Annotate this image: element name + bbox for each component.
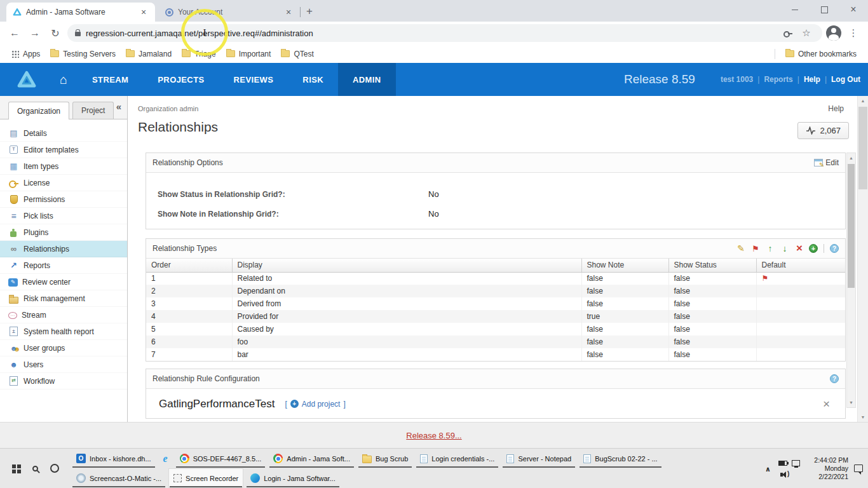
sidebar-item-user-groups[interactable]: User groups: [0, 340, 127, 356]
bookmark-important[interactable]: Important: [221, 46, 276, 62]
clock[interactable]: 2:44:02 PM Monday 2/22/2021: [808, 456, 848, 481]
relationship-count-badge[interactable]: 2,067: [797, 122, 849, 139]
taskbar-button-sos-def-4467-8-5[interactable]: SOS-DEF-4467_8.5...: [175, 449, 267, 468]
table-row[interactable]: 3Derived fromfalsefalse: [146, 297, 845, 310]
sidebar-item-license[interactable]: License: [0, 175, 127, 191]
add-project-link[interactable]: Add project: [285, 400, 345, 409]
sidebar-item-system-health-report[interactable]: System health report: [0, 323, 127, 340]
nav-risk[interactable]: RISK: [288, 63, 338, 96]
address-bar[interactable]: regression-current.jamaqa.net/perspectiv…: [67, 24, 822, 42]
speaker-icon[interactable]: [780, 473, 783, 477]
back-button[interactable]: [6, 25, 23, 41]
nav-link-help[interactable]: Help: [804, 75, 820, 84]
column-header-display[interactable]: Display: [232, 259, 581, 272]
table-row[interactable]: 5Caused byfalsefalse: [146, 323, 845, 336]
scrollbar-thumb[interactable]: [848, 164, 855, 288]
start-button-icon[interactable]: [12, 464, 16, 468]
nav-link-reports[interactable]: Reports: [764, 75, 792, 84]
nav-stream[interactable]: STREAM: [78, 63, 143, 96]
profile-avatar[interactable]: [826, 25, 841, 41]
tab-project[interactable]: Project: [72, 102, 114, 119]
help-icon[interactable]: [830, 244, 839, 253]
other-bookmarks-button[interactable]: Other bookmarks: [780, 46, 862, 62]
collapse-sidebar-icon[interactable]: [116, 101, 121, 112]
tray-expand-chevron-icon[interactable]: [765, 463, 771, 474]
column-header-show-note[interactable]: Show Note: [581, 259, 668, 272]
tab-your-account[interactable]: Your Account: [159, 3, 300, 22]
scrollbar-thumb[interactable]: [858, 107, 867, 189]
search-icon[interactable]: [32, 466, 38, 471]
sidebar-item-review-center[interactable]: Review center: [0, 274, 127, 290]
add-type-icon[interactable]: [809, 244, 818, 253]
network-icon[interactable]: [792, 460, 800, 466]
sidebar-item-reports[interactable]: Reports: [0, 257, 127, 274]
battery-icon[interactable]: [778, 461, 787, 466]
taskbar-button-screencast-o-matic[interactable]: Screencast-O-Matic -...: [71, 468, 166, 488]
scroll-up-icon[interactable]: [858, 96, 868, 105]
sidebar-item-users[interactable]: Users: [0, 356, 127, 373]
close-tab-icon[interactable]: [139, 7, 149, 17]
table-row[interactable]: 4Provided fortruefalse: [146, 310, 845, 323]
sidebar-item-permissions[interactable]: Permissions: [0, 191, 127, 208]
scroll-down-icon[interactable]: [847, 398, 855, 407]
taskbar-button-bug-scrub[interactable]: Bug Scrub: [357, 449, 413, 468]
sidebar-item-pick-lists[interactable]: Pick lists: [0, 208, 127, 224]
nav-projects[interactable]: PROJECTS: [143, 63, 219, 96]
move-up-icon[interactable]: [765, 243, 775, 254]
page-scrollbar[interactable]: [857, 96, 868, 422]
edit-options-button[interactable]: Edit: [814, 158, 839, 167]
table-row[interactable]: 7barfalsefalse: [146, 348, 845, 361]
help-link[interactable]: Help: [828, 104, 844, 113]
taskbar-button-screen-recorder[interactable]: Screen Recorder: [168, 468, 243, 488]
nav-reviews[interactable]: REVIEWS: [219, 63, 288, 96]
taskbar-button-ie[interactable]: [158, 449, 173, 468]
new-tab-button[interactable]: [301, 3, 318, 20]
forward-button[interactable]: [27, 25, 43, 41]
sidebar-item-relationships[interactable]: Relationships: [0, 241, 127, 257]
bookmark-apps[interactable]: Apps: [6, 46, 45, 62]
edit-type-icon[interactable]: [736, 243, 746, 254]
bookmark-triage[interactable]: Triage: [177, 46, 221, 62]
nav-link-test-1003[interactable]: test 1003: [721, 75, 753, 84]
nav-link-log-out[interactable]: Log Out: [831, 75, 860, 84]
scroll-down-icon[interactable]: [858, 412, 868, 422]
table-row[interactable]: 6foofalsefalse: [146, 336, 845, 348]
sidebar-item-risk-management[interactable]: Risk management: [0, 290, 127, 307]
maximize-button[interactable]: [810, 0, 839, 19]
browser-menu-icon[interactable]: [845, 25, 862, 41]
taskbar-button-login-jama-softwar[interactable]: Login - Jama Softwar...: [245, 468, 341, 488]
move-down-icon[interactable]: [780, 243, 790, 254]
jama-logo-icon[interactable]: [17, 70, 37, 89]
column-header-default[interactable]: Default: [756, 259, 845, 272]
panel-scrollbar[interactable]: [846, 152, 856, 408]
taskbar-button-admin-jama-soft[interactable]: Admin - Jama Soft...: [268, 449, 355, 468]
bookmark-testing-servers[interactable]: Testing Servers: [45, 46, 121, 62]
table-row[interactable]: 2Dependant onfalsefalse: [146, 285, 845, 297]
password-key-icon[interactable]: [783, 29, 793, 37]
sidebar-item-workflow[interactable]: Workflow: [0, 373, 127, 390]
action-center-icon[interactable]: [854, 464, 863, 472]
cortana-icon[interactable]: [50, 464, 59, 473]
nav-admin[interactable]: ADMIN: [338, 63, 396, 96]
column-header-order[interactable]: Order: [146, 259, 232, 272]
taskbar-button-inbox-kishore-dh[interactable]: Inbox - kishore.dh...: [71, 449, 156, 468]
sidebar-item-stream[interactable]: Stream: [0, 307, 127, 323]
help-icon[interactable]: [830, 374, 839, 383]
close-tab-icon[interactable]: [283, 7, 294, 17]
taskbar-button-login-credentials[interactable]: Login credentials -...: [415, 449, 499, 468]
delete-type-icon[interactable]: [794, 243, 804, 254]
close-window-button[interactable]: [839, 0, 868, 19]
bookmark-star-icon[interactable]: [798, 25, 815, 41]
minimize-button[interactable]: [780, 0, 810, 19]
bookmark-qtest[interactable]: QTest: [276, 46, 318, 62]
sidebar-item-details[interactable]: Details: [0, 125, 127, 142]
url-text[interactable]: regression-current.jamaqa.net/perspectiv…: [86, 29, 778, 38]
set-default-flag-icon[interactable]: [750, 243, 761, 254]
sidebar-item-plugins[interactable]: Plugins: [0, 224, 127, 241]
taskbar-button-server-notepad[interactable]: Server - Notepad: [501, 449, 576, 468]
tab-organization[interactable]: Organization: [8, 102, 69, 119]
table-row[interactable]: 1Related tofalsefalse: [146, 272, 845, 285]
bookmark-jamaland[interactable]: Jamaland: [121, 46, 177, 62]
remove-project-icon[interactable]: [823, 397, 830, 411]
sidebar-item-item-types[interactable]: Item types: [0, 158, 127, 175]
